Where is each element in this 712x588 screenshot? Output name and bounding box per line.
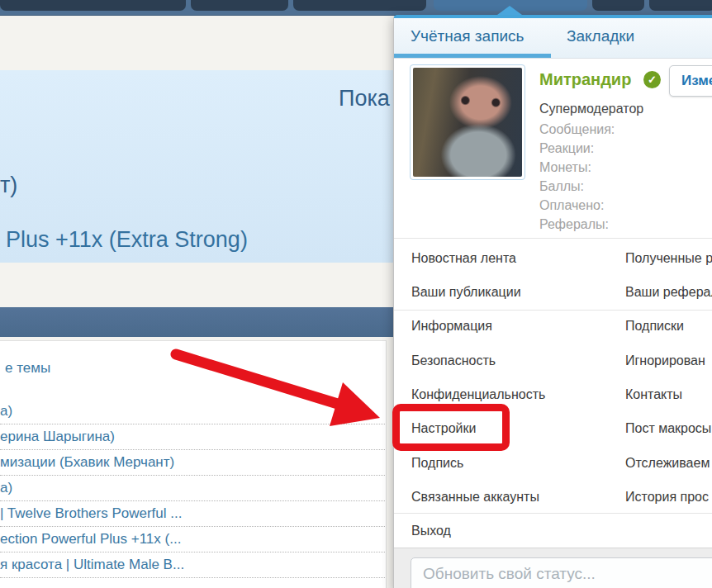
stat-label-points: Баллы: bbox=[539, 177, 615, 196]
thread-link[interactable]: мизации (Бхавик Мерчант) bbox=[0, 449, 385, 476]
active-tab-underline bbox=[394, 54, 551, 58]
status-input[interactable] bbox=[411, 557, 712, 588]
username[interactable]: Митрандир bbox=[539, 70, 631, 89]
similar-threads-heading: е темы bbox=[5, 360, 50, 377]
stat-label-coins: Монеты: bbox=[539, 158, 615, 177]
menu-item-contacts[interactable]: Контакты bbox=[625, 387, 682, 405]
stat-label-referrals: Рефералы: bbox=[539, 215, 615, 234]
tab-bookmarks[interactable]: Закладки bbox=[567, 27, 634, 45]
nav-item-1[interactable] bbox=[0, 0, 186, 11]
divider bbox=[394, 310, 712, 311]
menu-item-privacy[interactable]: Конфиденциальность bbox=[411, 387, 545, 405]
menu-item-watched[interactable]: Отслеживаем bbox=[625, 456, 710, 473]
verified-badge-icon: ✓ bbox=[643, 71, 661, 88]
menu-item-logout[interactable]: Выход bbox=[411, 524, 451, 541]
dropdown-footer bbox=[394, 548, 712, 588]
notice-thread-link[interactable]: Plus +11x (Extra Strong) bbox=[6, 227, 248, 253]
user-role: Супермодератор bbox=[539, 102, 643, 116]
menu-item-reactions-received[interactable]: Полученные р bbox=[625, 251, 712, 268]
nav-item-2[interactable] bbox=[191, 0, 288, 11]
thread-link[interactable]: я красота | Ultimate Male B... bbox=[0, 552, 385, 578]
edit-account-button[interactable]: Изме bbox=[669, 65, 712, 97]
nav-item-4[interactable] bbox=[592, 0, 644, 11]
stat-label-reactions: Реакции: bbox=[539, 139, 615, 158]
menu-item-your-referrals[interactable]: Ваши реферал bbox=[625, 285, 712, 302]
menu-item-news-feed[interactable]: Новостная лента bbox=[411, 251, 516, 268]
divider bbox=[394, 513, 712, 514]
nav-item-5[interactable] bbox=[649, 0, 712, 11]
thread-link[interactable]: ection Powerful Plus +11x (... bbox=[0, 526, 385, 552]
user-stats: Сообщения: Реакции: Монеты: Баллы: Оплач… bbox=[539, 120, 615, 234]
dropdown-tab-bar: Учётная запись Закладки bbox=[394, 18, 712, 59]
account-dropdown: Учётная запись Закладки Митрандир ✓ Изме… bbox=[393, 15, 712, 588]
forum-page: Пока т) Plus +11x (Extra Strong) е темы … bbox=[0, 0, 712, 588]
menu-item-preferences[interactable]: Настройки bbox=[411, 421, 476, 439]
nav-item-3[interactable] bbox=[293, 0, 426, 11]
similar-threads-list: е темы а) ерина Шарыгина) мизации (Бхави… bbox=[0, 340, 387, 588]
menu-item-post-macros[interactable]: Пост макросы bbox=[625, 421, 711, 439]
tab-account[interactable]: Учётная запись bbox=[411, 27, 524, 45]
stat-label-messages: Сообщения: bbox=[539, 120, 615, 139]
menu-item-connected-accounts[interactable]: Связанные аккаунты bbox=[411, 490, 539, 507]
avatar[interactable] bbox=[410, 64, 525, 180]
menu-item-ignoring[interactable]: Игнорирован bbox=[625, 353, 705, 371]
menu-item-view-history[interactable]: История прос bbox=[625, 490, 709, 507]
menu-item-signature[interactable]: Подпись bbox=[411, 456, 463, 473]
stat-label-paid: Оплачено: bbox=[539, 196, 615, 215]
thread-link[interactable]: | Twelve Brothers Powerful ... bbox=[0, 500, 385, 527]
thread-link[interactable]: а) bbox=[0, 475, 385, 501]
menu-item-subscriptions[interactable]: Подписки bbox=[625, 319, 684, 336]
divider bbox=[394, 238, 712, 239]
menu-item-account-details[interactable]: Информация bbox=[411, 319, 492, 336]
thread-link[interactable]: а) bbox=[0, 398, 385, 424]
notice-text-line1: т) bbox=[0, 173, 17, 198]
avatar-image bbox=[413, 68, 522, 177]
dropdown-caret-icon bbox=[497, 6, 522, 15]
navbar bbox=[0, 0, 712, 16]
menu-item-your-content[interactable]: Ваши публикации bbox=[411, 285, 521, 302]
notice-text-right: Пока bbox=[339, 86, 390, 111]
thread-link[interactable]: ерина Шарыгина) bbox=[0, 424, 385, 450]
menu-item-security[interactable]: Безопасность bbox=[411, 353, 496, 371]
